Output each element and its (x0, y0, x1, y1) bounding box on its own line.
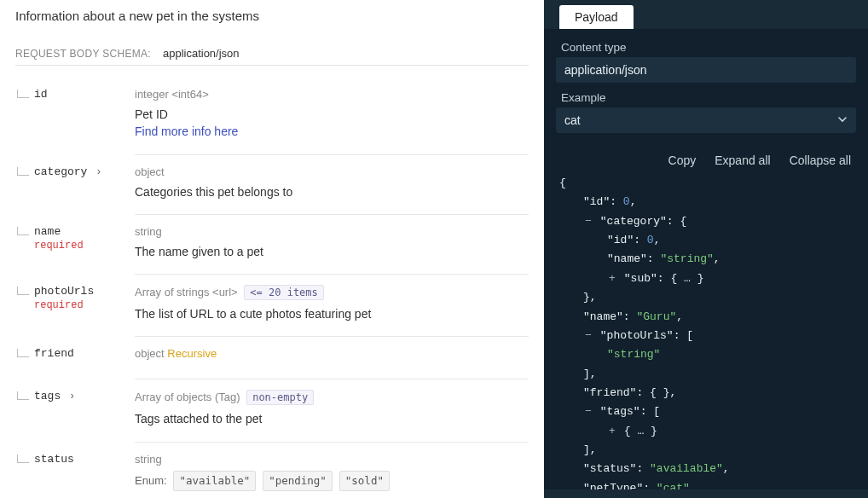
field-name[interactable]: id (34, 88, 135, 101)
tree-connector (15, 88, 34, 98)
required-badge: required (34, 299, 135, 311)
tree-connector (15, 285, 34, 295)
field-desc: The list of URL to a cute photos featuri… (135, 305, 529, 322)
constraint-badge: non-empty (246, 390, 314, 405)
chevron-right-icon[interactable]: › (69, 391, 75, 402)
tree-connector (15, 347, 34, 357)
example-label: Example (556, 91, 856, 104)
field-type: Array of objects (Tag) (135, 391, 240, 403)
json-viewer[interactable]: { "id": 0, − "category": { "id": 0, "nam… (556, 174, 856, 489)
field-format: <url> (212, 286, 238, 298)
recursive-label: Recursive (167, 347, 217, 360)
collapse-toggle[interactable]: − (583, 212, 593, 231)
field-format: <int64> (171, 88, 208, 101)
field-row-friend: friend object Recursive (15, 347, 529, 383)
tree-connector (15, 390, 34, 400)
field-type: object (135, 165, 529, 178)
enum-value: "available" (173, 471, 256, 491)
field-row-tags: tags › Array of objects (Tag) non-empty … (15, 390, 529, 445)
collapse-all-button[interactable]: Collapse all (790, 153, 851, 167)
field-desc: Categories this pet belongs to (135, 183, 529, 200)
tree-connector (15, 225, 34, 235)
field-desc: Tags attached to the pet (135, 410, 529, 427)
field-row-photourls: photoUrlsrequired Array of strings <url>… (15, 285, 529, 340)
field-type: string (135, 225, 529, 238)
enum-label: Enum: (135, 474, 167, 487)
enum-value: "sold" (339, 471, 390, 491)
field-type: integer (135, 88, 169, 101)
field-row-id: id integer <int64> Pet ID Find more info… (15, 88, 529, 159)
field-type: object (135, 347, 165, 360)
content-type-value: application/json (556, 57, 856, 83)
field-type: string (135, 453, 529, 466)
field-name[interactable]: photoUrlsrequired (34, 285, 135, 311)
collapse-toggle[interactable]: − (583, 327, 593, 345)
field-row-name: namerequired string The name given to a … (15, 225, 529, 278)
enum-value: "pending" (263, 471, 333, 491)
required-badge: required (34, 240, 135, 252)
field-desc: The name given to a pet (135, 243, 529, 260)
schema-label: REQUEST BODY SCHEMA: (15, 48, 151, 60)
expand-toggle[interactable]: + (607, 269, 617, 288)
chevron-right-icon[interactable]: › (95, 166, 101, 178)
expand-toggle[interactable]: + (607, 422, 617, 441)
field-desc: Pet ID (135, 106, 529, 123)
payload-body: Content type application/json Example ca… (544, 29, 868, 489)
example-select[interactable]: cat (556, 107, 856, 133)
json-actions: Copy Expand all Collapse all (556, 142, 856, 174)
example-selected: cat (564, 113, 581, 127)
field-name[interactable]: status (34, 453, 135, 466)
chevron-down-icon (837, 113, 848, 127)
tree-connector (15, 165, 34, 176)
field-name[interactable]: friend (34, 347, 135, 360)
content-type-label: Content type (556, 41, 856, 54)
example-panel: Payload Content type application/json Ex… (544, 0, 868, 498)
schema-mime: application/json (163, 47, 240, 60)
field-name[interactable]: tags › (34, 390, 135, 402)
field-name[interactable]: namerequired (34, 225, 135, 252)
constraint-badge: <= 20 items (244, 285, 323, 300)
schema-header: REQUEST BODY SCHEMA: application/json (15, 47, 529, 66)
field-link[interactable]: Find more info here (135, 123, 529, 140)
copy-button[interactable]: Copy (668, 153, 697, 167)
section-title: Information about a new pet in the syste… (15, 9, 529, 23)
field-type: Array of strings (135, 286, 209, 298)
field-row-category: category › object Categories this pet be… (15, 165, 529, 218)
tab-bar: Payload (544, 0, 868, 29)
tree-connector (15, 453, 34, 463)
schema-panel: Information about a new pet in the syste… (0, 0, 544, 498)
field-row-status: status string Enum: "available" "pending… (15, 453, 529, 498)
collapse-toggle[interactable]: − (583, 402, 593, 421)
field-name[interactable]: category › (34, 165, 135, 178)
tab-payload[interactable]: Payload (559, 5, 634, 29)
expand-all-button[interactable]: Expand all (715, 153, 770, 167)
